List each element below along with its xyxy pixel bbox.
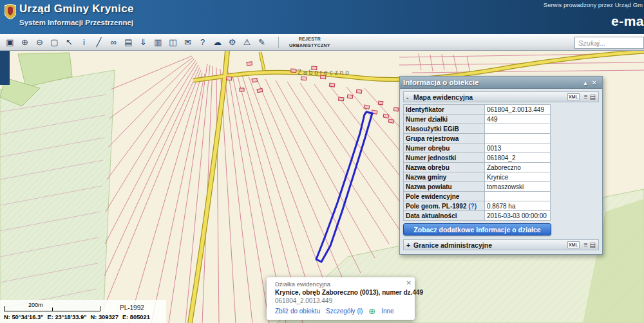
attribute-label: Numer jednostki [404,153,485,163]
attribute-label: Pole geom. PL-1992 (?) [404,201,485,211]
section-collapse-marker: - [406,93,413,101]
docked-panel-edge [0,51,10,85]
print-section-icon[interactable]: ▤ [590,241,596,248]
coordinate-value: E: 805021 [122,314,150,320]
attribute-table: Identyfikator061804_2.0013.449Numer dzia… [403,104,551,221]
pointer-icon[interactable]: ↖ [62,36,77,49]
attribute-row: Nazwa powiatutomaszowski [404,182,551,192]
attribute-label: Identyfikator [404,105,485,115]
rejestr-label-line2: URBANISTYCZNY [289,42,330,48]
info-panel-title: Informacja o obiekcie [403,78,479,86]
feature-links: Zbliż do obiektu Szczegóły (i) ⊕ Inne [275,307,410,315]
feature-popup: ✕ Działka ewidencyjna Krynice, obręb Zab… [267,277,415,320]
draw-icon[interactable]: ✎ [254,36,269,49]
attribute-row: Nazwa gminyKrynice [404,172,551,182]
more-parcel-info-button[interactable]: Zobacz dodatkowe informacje o działce [403,223,551,235]
search-input[interactable] [574,37,644,49]
attribute-value: 0013 [485,143,551,153]
app-title: Urząd Gminy Krynice [19,3,134,15]
attribute-label: Nazwa obrębu [404,163,485,172]
alerts-icon[interactable]: ⚠ [240,36,254,49]
feature-type-label: Działka ewidencyjna [275,281,410,288]
details-link[interactable]: Szczegóły (i) [326,308,363,315]
layers-icon[interactable]: ▥ [151,36,166,49]
collapse-panel-icon[interactable]: ▴ [581,79,590,86]
attribute-row: Identyfikator061804_2.0013.449 [404,105,551,115]
help-icon[interactable]: ? [195,36,210,49]
select-area-icon[interactable]: ▢ [47,36,62,49]
crs-label: PL-1992 [120,304,144,311]
print-section-icon[interactable]: ▤ [590,93,596,100]
info-panel-titlebar[interactable]: Informacja o obiekcie ▴ ✕ [400,77,602,89]
attribute-value: 0.8678 ha [485,201,551,211]
xml-export-icon[interactable]: XML [567,241,580,249]
xml-export-icon[interactable]: XML [567,93,580,101]
attribute-row: Numer obrębu0013 [404,143,551,153]
attribute-label: Grupa rejestrowa [404,134,485,143]
attribute-row: Numer działki449 [404,115,551,124]
attribute-value: 061804_2.0013.449 [485,105,551,115]
attribute-row: Numer jednostki061804_2 [404,153,551,163]
zoom-to-object-link[interactable]: Zbliż do obiektu [275,308,320,315]
measure-icon[interactable]: ╱ [91,36,106,49]
coordinates: N: 50°34'16.3"E: 23°18'33.9"N: 309327E: … [4,314,162,320]
attribute-value: 449 [485,115,551,124]
attribute-row: Grupa rejestrowa [404,134,551,143]
section-label: Granice administracyjne [413,241,567,249]
coordinate-value: N: 50°34'16.3" [4,314,44,320]
attribute-value [485,192,551,201]
help-link[interactable]: (?) [466,203,477,210]
zoom-in-icon[interactable]: ⊕ [17,36,32,49]
coordinate-value: N: 309327 [91,314,118,320]
rejestr-label-line1: REJESTR [299,36,321,42]
close-popup-icon[interactable]: ✕ [406,279,412,286]
settings-icon[interactable]: ⚙ [225,36,240,49]
cloud-icon[interactable]: ☁ [210,36,225,49]
attribute-value [485,134,551,143]
info-panel: Informacja o obiekcie ▴ ✕ - Mapa ewidenc… [399,76,603,255]
toolbar-icons: ▣⊕⊖▢↖i╱∞▤⇓▥◫✉?☁⚙⚠✎ [3,36,269,49]
feature-name: Krynice, obręb Zaboreczno (0013), numer … [275,289,410,296]
download-icon[interactable]: ⇓ [136,36,151,49]
attribute-value: 2016-03-03 00:00:00 [485,211,551,221]
close-panel-icon[interactable]: ✕ [590,79,599,86]
place-label: Zaboreczno [298,69,351,76]
compare-icon[interactable]: ◫ [166,36,180,49]
message-icon[interactable]: ✉ [180,36,195,49]
scale-label: 200m [28,302,43,308]
section-granice-administracyjne[interactable]: + Granice administracyjne XML ≡ ▤ [403,239,599,250]
other-actions-link[interactable]: Inne [381,308,393,315]
list-view-icon[interactable]: ≡ [584,241,588,248]
app-header: Urząd Gminy Krynice System Informacji Pr… [0,0,644,34]
rejestr-urbanistyczny-button[interactable]: REJESTR URBANISTYCZNY [285,36,334,48]
map-toolbar: ▣⊕⊖▢↖i╱∞▤⇓▥◫✉?☁⚙⚠✎ REJESTR URBANISTYCZNY [0,34,644,51]
list-view-icon[interactable]: ≡ [584,93,588,100]
map-status-bar: 200m PL-1992 N: 50°34'16.3"E: 23°18'33.9… [0,300,166,323]
attribute-label: Nazwa powiatu [404,182,485,192]
attribute-value: Krynice [485,172,551,182]
attribute-value: 061804_2 [485,153,551,163]
emapa-brand-logo: e-ma [611,14,644,29]
scale-bar: 200m [4,307,100,311]
link-icon[interactable]: ∞ [106,36,121,49]
attribute-label: Numer obrębu [404,143,485,153]
add-plus-icon[interactable]: ⊕ [368,307,375,315]
zoom-out-icon[interactable]: ⊖ [32,36,47,49]
attribute-label: Numer działki [404,115,485,124]
municipality-crest-icon [5,4,16,19]
attribute-row: Data aktualności2016-03-03 00:00:00 [404,211,551,221]
toolbar-separator [278,37,279,48]
section-collapse-marker: + [406,241,413,249]
attribute-value: Zaboreczno [485,163,551,172]
section-mapa-ewidencyjna[interactable]: - Mapa ewidencyjna XML ≡ ▤ [403,91,599,102]
zoom-window-icon[interactable]: ▣ [3,36,17,49]
attribute-label: Klasoużytki EGiB [404,124,485,134]
section-label: Mapa ewidencyjna [413,93,567,101]
app-subtitle: System Informacji Przestrzennej [19,19,133,26]
info-icon[interactable]: i [77,36,91,49]
attribute-table-body: Identyfikator061804_2.0013.449Numer dzia… [404,105,551,221]
feature-name-main: Krynice [275,289,299,296]
print-icon[interactable]: ▤ [121,36,136,49]
info-panel-body: - Mapa ewidencyjna XML ≡ ▤ Identyfikator… [400,89,602,254]
attribute-row: Pole geom. PL-1992 (?)0.8678 ha [404,201,551,211]
